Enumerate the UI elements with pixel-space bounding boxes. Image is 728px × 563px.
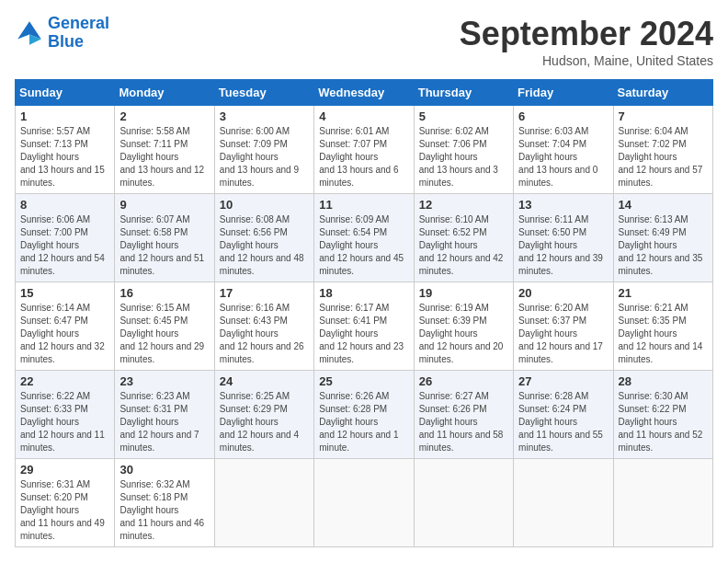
- week-row-2: 8 Sunrise: 6:06 AM Sunset: 7:00 PM Dayli…: [16, 194, 713, 282]
- day-info: Sunrise: 6:15 AM Sunset: 6:45 PM Dayligh…: [119, 302, 209, 366]
- day-info: Sunrise: 5:58 AM Sunset: 7:11 PM Dayligh…: [119, 125, 209, 190]
- day-info: Sunrise: 6:23 AM Sunset: 6:31 PM Dayligh…: [119, 390, 209, 454]
- calendar-cell: 12 Sunrise: 6:10 AM Sunset: 6:52 PM Dayl…: [414, 194, 513, 282]
- day-number: 7: [619, 109, 708, 123]
- calendar-cell: 18 Sunrise: 6:17 AM Sunset: 6:41 PM Dayl…: [314, 282, 414, 371]
- calendar-table: SundayMondayTuesdayWednesdayThursdayFrid…: [15, 79, 713, 547]
- calendar-cell: 15 Sunrise: 6:14 AM Sunset: 6:47 PM Dayl…: [16, 282, 115, 371]
- day-number: 13: [518, 198, 608, 212]
- calendar-cell: 3 Sunrise: 6:00 AM Sunset: 7:09 PM Dayli…: [214, 106, 313, 194]
- day-number: 1: [20, 109, 109, 123]
- day-number: 23: [119, 374, 209, 388]
- day-info: Sunrise: 6:14 AM Sunset: 6:47 PM Dayligh…: [20, 302, 109, 366]
- calendar-cell: 9 Sunrise: 6:07 AM Sunset: 6:58 PM Dayli…: [115, 194, 214, 282]
- day-number: 5: [419, 109, 508, 123]
- day-info: Sunrise: 6:08 AM Sunset: 6:56 PM Dayligh…: [220, 213, 309, 278]
- header-tuesday: Tuesday: [214, 80, 313, 106]
- day-number: 12: [419, 198, 508, 212]
- title-area: September 2024 Hudson, Maine, United Sta…: [460, 15, 713, 68]
- logo-icon: [15, 18, 44, 48]
- day-number: 14: [619, 198, 708, 212]
- day-info: Sunrise: 6:09 AM Sunset: 6:54 PM Dayligh…: [319, 213, 408, 278]
- week-row-5: 29 Sunrise: 6:31 AM Sunset: 6:20 PM Dayl…: [16, 459, 713, 547]
- day-number: 6: [518, 109, 608, 123]
- calendar-cell: 30 Sunrise: 6:32 AM Sunset: 6:18 PM Dayl…: [115, 459, 214, 547]
- calendar-cell: 11 Sunrise: 6:09 AM Sunset: 6:54 PM Dayl…: [314, 194, 414, 282]
- calendar-cell: 4 Sunrise: 6:01 AM Sunset: 7:07 PM Dayli…: [314, 106, 414, 194]
- calendar-cell: 26 Sunrise: 6:27 AM Sunset: 6:26 PM Dayl…: [414, 371, 513, 459]
- day-info: Sunrise: 6:07 AM Sunset: 6:58 PM Dayligh…: [119, 213, 209, 278]
- header-monday: Monday: [115, 80, 214, 106]
- calendar-cell: 7 Sunrise: 6:04 AM Sunset: 7:02 PM Dayli…: [613, 106, 712, 194]
- day-number: 29: [20, 463, 109, 477]
- calendar-cell: 8 Sunrise: 6:06 AM Sunset: 7:00 PM Dayli…: [16, 194, 115, 282]
- calendar-cell: 2 Sunrise: 5:58 AM Sunset: 7:11 PM Dayli…: [115, 106, 214, 194]
- month-title: September 2024: [460, 15, 713, 53]
- day-info: Sunrise: 6:28 AM Sunset: 6:24 PM Dayligh…: [518, 390, 608, 454]
- day-number: 19: [419, 286, 508, 300]
- logo-text-line2: Blue: [48, 33, 109, 52]
- calendar-cell: 29 Sunrise: 6:31 AM Sunset: 6:20 PM Dayl…: [16, 459, 115, 547]
- day-info: Sunrise: 6:30 AM Sunset: 6:22 PM Dayligh…: [619, 390, 708, 454]
- day-info: Sunrise: 6:22 AM Sunset: 6:33 PM Dayligh…: [20, 390, 109, 454]
- calendar-cell: 23 Sunrise: 6:23 AM Sunset: 6:31 PM Dayl…: [115, 371, 214, 459]
- calendar-cell: 16 Sunrise: 6:15 AM Sunset: 6:45 PM Dayl…: [115, 282, 214, 371]
- day-number: 25: [319, 374, 408, 388]
- logo: General Blue: [15, 15, 109, 52]
- day-number: 3: [220, 109, 309, 123]
- day-info: Sunrise: 6:25 AM Sunset: 6:29 PM Dayligh…: [220, 390, 309, 454]
- day-info: Sunrise: 6:19 AM Sunset: 6:39 PM Dayligh…: [419, 302, 508, 366]
- day-number: 26: [419, 374, 508, 388]
- calendar-cell: 28 Sunrise: 6:30 AM Sunset: 6:22 PM Dayl…: [613, 371, 712, 459]
- calendar-cell: 5 Sunrise: 6:02 AM Sunset: 7:06 PM Dayli…: [414, 106, 513, 194]
- day-number: 20: [518, 286, 608, 300]
- week-row-1: 1 Sunrise: 5:57 AM Sunset: 7:13 PM Dayli…: [16, 106, 713, 194]
- day-info: Sunrise: 6:04 AM Sunset: 7:02 PM Dayligh…: [619, 125, 708, 190]
- page-header: General Blue September 2024 Hudson, Main…: [15, 15, 713, 68]
- calendar-cell: 25 Sunrise: 6:26 AM Sunset: 6:28 PM Dayl…: [314, 371, 414, 459]
- calendar-cell: 24 Sunrise: 6:25 AM Sunset: 6:29 PM Dayl…: [214, 371, 313, 459]
- day-info: Sunrise: 6:00 AM Sunset: 7:09 PM Dayligh…: [220, 125, 309, 190]
- calendar-cell: 6 Sunrise: 6:03 AM Sunset: 7:04 PM Dayli…: [514, 106, 613, 194]
- day-number: 22: [20, 374, 109, 388]
- day-info: Sunrise: 6:17 AM Sunset: 6:41 PM Dayligh…: [319, 302, 408, 366]
- calendar-cell: 10 Sunrise: 6:08 AM Sunset: 6:56 PM Dayl…: [214, 194, 313, 282]
- location: Hudson, Maine, United States: [460, 53, 713, 68]
- header-friday: Friday: [514, 80, 613, 106]
- header-saturday: Saturday: [613, 80, 712, 106]
- day-info: Sunrise: 5:57 AM Sunset: 7:13 PM Dayligh…: [20, 125, 109, 190]
- day-info: Sunrise: 6:20 AM Sunset: 6:37 PM Dayligh…: [518, 302, 608, 366]
- calendar-cell: [613, 459, 712, 547]
- calendar-cell: 19 Sunrise: 6:19 AM Sunset: 6:39 PM Dayl…: [414, 282, 513, 371]
- day-info: Sunrise: 6:02 AM Sunset: 7:06 PM Dayligh…: [419, 125, 508, 190]
- calendar-cell: 14 Sunrise: 6:13 AM Sunset: 6:49 PM Dayl…: [613, 194, 712, 282]
- day-info: Sunrise: 6:21 AM Sunset: 6:35 PM Dayligh…: [619, 302, 708, 366]
- calendar-cell: 21 Sunrise: 6:21 AM Sunset: 6:35 PM Dayl…: [613, 282, 712, 371]
- header-thursday: Thursday: [414, 80, 513, 106]
- day-number: 11: [319, 198, 408, 212]
- day-info: Sunrise: 6:31 AM Sunset: 6:20 PM Dayligh…: [20, 478, 109, 543]
- calendar-cell: [314, 459, 414, 547]
- day-info: Sunrise: 6:11 AM Sunset: 6:50 PM Dayligh…: [518, 213, 608, 278]
- day-number: 4: [319, 109, 408, 123]
- calendar-cell: [414, 459, 513, 547]
- calendar-cell: 27 Sunrise: 6:28 AM Sunset: 6:24 PM Dayl…: [514, 371, 613, 459]
- day-number: 28: [619, 374, 708, 388]
- day-number: 2: [119, 109, 209, 123]
- day-number: 15: [20, 286, 109, 300]
- calendar-cell: 17 Sunrise: 6:16 AM Sunset: 6:43 PM Dayl…: [214, 282, 313, 371]
- day-number: 9: [119, 198, 209, 212]
- calendar-cell: 13 Sunrise: 6:11 AM Sunset: 6:50 PM Dayl…: [514, 194, 613, 282]
- calendar-cell: 22 Sunrise: 6:22 AM Sunset: 6:33 PM Dayl…: [16, 371, 115, 459]
- day-info: Sunrise: 6:27 AM Sunset: 6:26 PM Dayligh…: [419, 390, 508, 454]
- calendar-cell: 20 Sunrise: 6:20 AM Sunset: 6:37 PM Dayl…: [514, 282, 613, 371]
- week-row-3: 15 Sunrise: 6:14 AM Sunset: 6:47 PM Dayl…: [16, 282, 713, 371]
- day-number: 30: [119, 463, 209, 477]
- header-sunday: Sunday: [16, 80, 115, 106]
- day-number: 8: [20, 198, 109, 212]
- calendar-cell: 1 Sunrise: 5:57 AM Sunset: 7:13 PM Dayli…: [16, 106, 115, 194]
- day-number: 21: [619, 286, 708, 300]
- header-wednesday: Wednesday: [314, 80, 414, 106]
- day-info: Sunrise: 6:10 AM Sunset: 6:52 PM Dayligh…: [419, 213, 508, 278]
- day-info: Sunrise: 6:13 AM Sunset: 6:49 PM Dayligh…: [619, 213, 708, 278]
